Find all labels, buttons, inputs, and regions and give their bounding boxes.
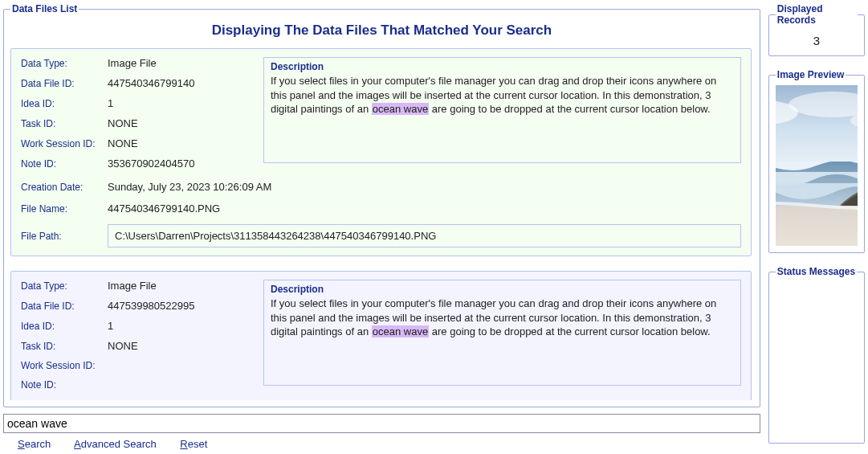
value-data-file-id: 447539980522995 <box>108 300 254 312</box>
label-task-id: Task ID: <box>21 118 108 129</box>
search-input[interactable] <box>3 414 760 433</box>
label-file-path: File Path: <box>21 231 108 242</box>
label-note-id: Note ID: <box>21 379 108 391</box>
reset-link[interactable]: Reset <box>180 438 207 450</box>
value-data-type: Image File <box>108 57 254 69</box>
label-task-id: Task ID: <box>21 341 108 352</box>
search-highlight: ocean wave <box>372 325 429 337</box>
value-task-id: NONE <box>108 117 254 129</box>
value-task-id: NONE <box>108 340 254 352</box>
label-data-type: Data Type: <box>21 58 108 69</box>
ocean-wave-image-icon <box>776 85 858 246</box>
label-idea-id: Idea ID: <box>21 98 108 109</box>
search-link[interactable]: Search <box>18 438 51 450</box>
label-data-file-id: Data File ID: <box>21 78 108 89</box>
label-creation-date: Creation Date: <box>21 182 108 193</box>
description-text: If you select files in your computer's f… <box>271 297 734 339</box>
value-work-session-id: NONE <box>108 137 254 149</box>
label-file-name: File Name: <box>21 203 108 215</box>
status-messages-panel: Status Messages <box>768 266 865 444</box>
displayed-records-count: 3 <box>776 31 858 49</box>
label-data-file-id: Data File ID: <box>21 301 108 312</box>
displayed-records-panel: Displayed Records 3 <box>768 3 865 56</box>
advanced-search-link[interactable]: Advanced Search <box>74 438 157 450</box>
label-description: Description <box>271 61 734 72</box>
description-box: Description If you select files in your … <box>263 57 741 163</box>
value-creation-date: Sunday, July 23, 2023 10:26:09 AM <box>108 181 741 193</box>
data-files-list-panel: Data Files List Displaying The Data File… <box>3 3 760 407</box>
value-file-name: 447540346799140.PNG <box>108 202 741 215</box>
record-card[interactable]: Data Type:Image File Data File ID:447539… <box>10 271 752 400</box>
value-data-file-id: 447540346799140 <box>108 77 254 89</box>
value-idea-id: 1 <box>108 97 254 109</box>
svg-rect-5 <box>776 206 858 246</box>
image-preview-legend: Image Preview <box>776 69 846 80</box>
records-scroll-region[interactable]: Data Type:Image File Data File ID:447540… <box>10 48 753 400</box>
description-box: Description If you select files in your … <box>263 280 741 386</box>
displayed-records-legend: Displayed Records <box>776 3 858 26</box>
label-work-session-id: Work Session ID: <box>21 360 108 371</box>
search-highlight: ocean wave <box>372 103 429 115</box>
value-note-id: 353670902404570 <box>108 157 254 170</box>
data-files-list-legend: Data Files List <box>10 3 79 14</box>
description-text: If you select files in your computer's f… <box>271 74 734 117</box>
value-data-type: Image File <box>108 280 254 292</box>
label-work-session-id: Work Session ID: <box>21 138 108 149</box>
label-note-id: Note ID: <box>21 158 108 170</box>
value-idea-id: 1 <box>108 320 254 332</box>
value-file-path: C:\Users\Darren\Projects\311358443264238… <box>108 224 741 247</box>
image-preview-panel: Image Preview <box>768 69 865 253</box>
label-data-type: Data Type: <box>21 280 108 292</box>
status-messages-legend: Status Messages <box>776 266 857 277</box>
label-idea-id: Idea ID: <box>21 321 108 332</box>
record-card[interactable]: Data Type:Image File Data File ID:447540… <box>10 48 752 256</box>
list-title: Displaying The Data Files That Matched Y… <box>10 22 753 39</box>
image-preview-content <box>776 85 858 246</box>
label-description: Description <box>271 284 734 295</box>
